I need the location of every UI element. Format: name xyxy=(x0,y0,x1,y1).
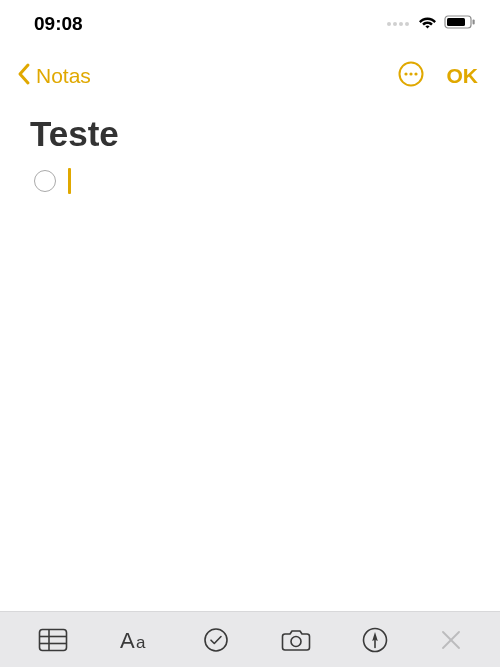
status-indicators xyxy=(387,15,476,34)
note-title[interactable]: Teste xyxy=(30,114,470,154)
checklist-icon[interactable] xyxy=(203,627,229,653)
nav-bar: Notas OK xyxy=(0,44,500,100)
note-content[interactable]: Teste xyxy=(0,100,500,210)
svg-text:a: a xyxy=(136,633,146,652)
svg-text:A: A xyxy=(120,628,135,652)
nav-actions: OK xyxy=(397,60,479,92)
back-label: Notas xyxy=(36,64,91,88)
checklist-item[interactable] xyxy=(30,166,470,196)
svg-rect-1 xyxy=(447,18,465,26)
svg-point-13 xyxy=(205,629,227,651)
svg-rect-7 xyxy=(40,629,67,650)
recording-dots-icon xyxy=(387,22,409,26)
close-icon[interactable] xyxy=(440,629,462,651)
svg-point-6 xyxy=(414,72,417,75)
text-cursor xyxy=(68,168,71,194)
text-format-icon[interactable]: A a xyxy=(120,628,152,652)
svg-point-14 xyxy=(291,636,301,646)
svg-point-5 xyxy=(409,72,412,75)
markup-icon[interactable] xyxy=(362,627,388,653)
done-button[interactable]: OK xyxy=(447,64,479,88)
svg-point-4 xyxy=(404,72,407,75)
battery-icon xyxy=(444,15,476,33)
svg-rect-2 xyxy=(473,20,475,25)
chevron-left-icon xyxy=(16,62,32,90)
wifi-icon xyxy=(417,15,438,34)
back-button[interactable]: Notas xyxy=(16,62,91,90)
checkbox-icon[interactable] xyxy=(34,170,56,192)
status-time: 09:08 xyxy=(34,13,83,35)
status-bar: 09:08 xyxy=(0,0,500,44)
editor-toolbar: A a xyxy=(0,611,500,667)
table-icon[interactable] xyxy=(38,628,68,652)
camera-icon[interactable] xyxy=(281,628,311,652)
more-icon[interactable] xyxy=(397,60,425,92)
